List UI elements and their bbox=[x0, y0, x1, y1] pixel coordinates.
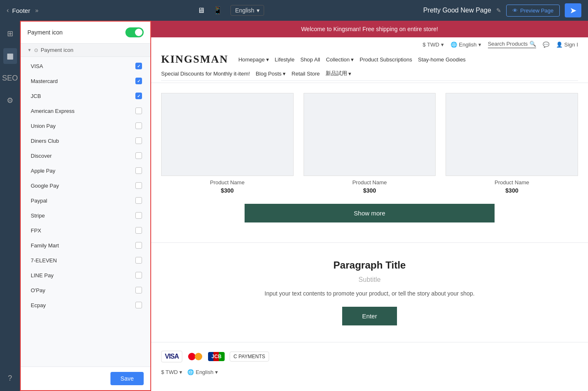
payment-item[interactable]: JCB bbox=[21, 88, 150, 103]
paragraph-title: Paragraph Title bbox=[161, 259, 578, 271]
back-icon[interactable]: ‹ bbox=[7, 7, 9, 14]
nav2-item-label: Special Discounts for Monthly it-item! bbox=[161, 71, 250, 77]
nav2-item-label: Blog Posts bbox=[256, 71, 282, 77]
nav2-item[interactable]: 新品試用▾ bbox=[326, 70, 351, 77]
payment-item-label: Paypal bbox=[31, 198, 47, 204]
save-button[interactable]: Save bbox=[110, 372, 144, 385]
search-bar[interactable]: Search Products 🔍 bbox=[488, 41, 536, 48]
publish-icon: ➤ bbox=[570, 5, 577, 15]
show-more-button[interactable]: Show more bbox=[245, 204, 495, 222]
payment-checkbox[interactable] bbox=[135, 257, 142, 264]
sidebar-item-settings[interactable]: ⚙ bbox=[3, 93, 17, 108]
payment-checkbox[interactable] bbox=[135, 137, 142, 144]
nav2-item[interactable]: Blog Posts▾ bbox=[256, 71, 286, 77]
payment-checkbox[interactable] bbox=[135, 78, 142, 84]
payment-item[interactable]: Google Pay bbox=[21, 178, 150, 193]
payment-item[interactable]: American Express bbox=[21, 103, 150, 118]
footer-lang-arrow: ▾ bbox=[215, 369, 218, 375]
sidebar-item-seo[interactable]: SEO bbox=[0, 71, 21, 86]
nav2-item[interactable]: Special Discounts for Monthly it-item! bbox=[161, 71, 250, 77]
payment-checkbox[interactable] bbox=[135, 167, 142, 174]
payment-item[interactable]: 7-ELEVEN bbox=[21, 253, 150, 268]
nav-item[interactable]: Shop All bbox=[300, 56, 320, 63]
payment-item[interactable]: Ecpay bbox=[21, 298, 150, 313]
payment-item[interactable]: Family Mart bbox=[21, 238, 150, 253]
payment-item[interactable]: Union Pay bbox=[21, 118, 150, 133]
top-bar-left: ‹ Footer » bbox=[7, 7, 38, 14]
payment-item[interactable]: LINE Pay bbox=[21, 268, 150, 283]
nav-arrow-icon: ▾ bbox=[266, 56, 269, 63]
search-icon[interactable]: 🔍 bbox=[529, 41, 536, 47]
edit-icon[interactable]: ✎ bbox=[496, 7, 501, 14]
currency-selector[interactable]: $ TWD ▾ bbox=[423, 42, 444, 48]
payment-item[interactable]: Discover bbox=[21, 148, 150, 163]
nav-item[interactable]: Stay-home Goodies bbox=[418, 56, 466, 63]
payment-icon-section-header[interactable]: ▼ ⊙ Payment icon bbox=[21, 44, 150, 57]
footer-globe-icon: 🌐 bbox=[187, 369, 194, 375]
payment-item-label: Mastercard bbox=[31, 78, 58, 84]
product-card: Product Name $300 bbox=[304, 93, 436, 194]
nav-item-label: Shop All bbox=[300, 56, 320, 63]
nav-item[interactable]: Homepage▾ bbox=[238, 56, 269, 63]
payment-checkbox[interactable] bbox=[135, 287, 142, 293]
payment-item[interactable]: FPX bbox=[21, 223, 150, 238]
payment-item[interactable]: Stripe bbox=[21, 208, 150, 223]
payment-item[interactable]: O'Pay bbox=[21, 283, 150, 298]
nav-item[interactable]: Collection▾ bbox=[326, 56, 354, 63]
payment-item-label: Discover bbox=[31, 153, 52, 159]
payment-checkbox[interactable] bbox=[135, 108, 142, 114]
lang-selector[interactable]: English ▾ bbox=[230, 5, 264, 16]
footer-currency-selector[interactable]: $ TWD ▾ bbox=[161, 369, 182, 375]
nav2-item[interactable]: Retail Store bbox=[292, 71, 320, 77]
payment-checkbox[interactable] bbox=[135, 212, 142, 219]
payment-checkbox[interactable] bbox=[135, 182, 142, 189]
payment-checkbox[interactable] bbox=[135, 227, 142, 234]
nav-item-label: Collection bbox=[326, 56, 350, 63]
payment-checkbox[interactable] bbox=[135, 272, 142, 279]
payment-item-label: FPX bbox=[31, 227, 41, 234]
product-image bbox=[304, 93, 436, 176]
payment-checkbox[interactable] bbox=[135, 152, 142, 159]
publish-button[interactable]: ➤ bbox=[565, 3, 581, 17]
payment-item[interactable]: Diners Club bbox=[21, 133, 150, 148]
store-header: $ TWD ▾ 🌐 English ▾ Search Products 🔍 💬 … bbox=[151, 37, 588, 83]
header-lang-selector[interactable]: 🌐 English ▾ bbox=[451, 42, 481, 48]
payment-item[interactable]: Paypal bbox=[21, 193, 150, 208]
desktop-icon[interactable]: 🖥 bbox=[197, 6, 205, 15]
sidebar-item-layers[interactable]: ⊞ bbox=[4, 26, 17, 42]
product-name: Product Name bbox=[161, 179, 294, 186]
chat-icon[interactable]: 💬 bbox=[543, 42, 549, 48]
payment-checkbox[interactable] bbox=[135, 63, 142, 69]
product-grid: Product Name $300 Product Name $300 Prod… bbox=[161, 93, 578, 194]
nav-arrow-icon: ▾ bbox=[351, 56, 354, 63]
product-name: Product Name bbox=[304, 179, 436, 186]
footer-section: VISA JCB C PAYMENTS $ TWD ▾ 🌐 English ▾ bbox=[151, 342, 588, 384]
footer-lang-selector[interactable]: 🌐 English ▾ bbox=[187, 369, 218, 375]
sidebar-item-help[interactable]: ? bbox=[5, 371, 15, 386]
nav2-arrow-icon: ▾ bbox=[348, 71, 351, 77]
sidebar-item-components[interactable]: ▦ bbox=[3, 48, 17, 64]
panel-footer: Save bbox=[21, 367, 150, 390]
payment-checkbox[interactable] bbox=[135, 93, 142, 99]
nav-item[interactable]: Lifestyle bbox=[275, 56, 295, 63]
visa-icon: VISA bbox=[161, 351, 182, 362]
lang-label: English bbox=[235, 7, 254, 14]
payment-checkbox[interactable] bbox=[135, 242, 142, 249]
nav-item[interactable]: Product Subscriptions bbox=[360, 56, 412, 63]
payment-checkbox[interactable] bbox=[135, 302, 142, 308]
payment-checkbox[interactable] bbox=[135, 197, 142, 204]
payment-item-label: Google Pay bbox=[31, 183, 59, 189]
search-input-text: Search Products bbox=[488, 41, 528, 47]
payment-item[interactable]: Apple Pay bbox=[21, 163, 150, 178]
product-price: $300 bbox=[446, 187, 578, 194]
preview-button[interactable]: 👁 Preview Page bbox=[506, 5, 560, 17]
mobile-icon[interactable]: 📱 bbox=[213, 6, 222, 15]
payment-icon-toggle[interactable] bbox=[125, 27, 144, 37]
collapse-icon[interactable]: » bbox=[35, 7, 39, 14]
payment-item-label: Family Mart bbox=[31, 242, 59, 249]
payment-item[interactable]: VISA bbox=[21, 59, 150, 73]
payment-checkbox[interactable] bbox=[135, 122, 142, 129]
payment-item[interactable]: Mastercard bbox=[21, 73, 150, 88]
sign-in-area[interactable]: 👤 Sign I bbox=[556, 42, 578, 48]
enter-button[interactable]: Enter bbox=[342, 307, 397, 325]
